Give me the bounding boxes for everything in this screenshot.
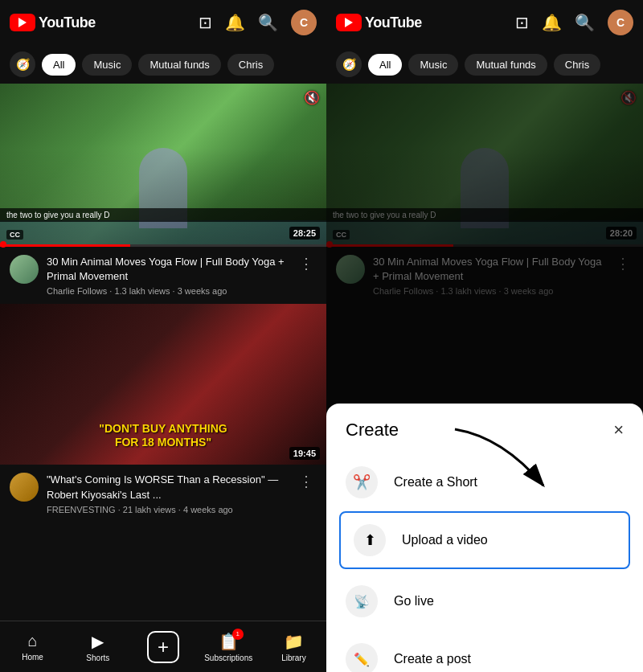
video1-title: 30 Min Animal Moves Yoga Flow | Full Bod… [47,255,288,284]
right-search-icon[interactable]: 🔍 [575,13,595,32]
nav-library[interactable]: 📁 Library [261,632,326,662]
explore-tab[interactable]: 🧭 [10,51,35,77]
left-panel: YouTube ⊡ 🔔 🔍 C 🧭 All Music Mutual funds… [0,0,326,672]
short-label: Create a Short [394,475,477,490]
search-icon[interactable]: 🔍 [258,13,278,32]
video1-more[interactable]: ⋮ [296,255,317,272]
right-cast-icon[interactable]: ⊡ [515,13,529,32]
modal-header: Create × [326,404,643,453]
modal-close-button[interactable]: × [613,420,624,440]
logo-area: YouTube [10,14,96,31]
recession-headline2: FOR 18 MONTHS" [0,436,326,449]
nav-home[interactable]: ⌂ Home [0,632,65,662]
right-tab-mutual-funds[interactable]: Mutual funds [465,54,547,76]
nav-create[interactable]: + [130,631,195,663]
right-filter-tabs: 🧭 All Music Mutual funds Chris [326,45,643,84]
yt-text: YouTube [39,14,96,31]
create-modal: Create × ✂️ Create a Short ⬆ Upload a vi… [326,404,643,672]
shorts-label: Shorts [86,654,109,662]
video2-meta: FREENVESTING · 21 lakh views · 4 weeks a… [47,505,288,514]
right-logo-area: YouTube [336,14,422,31]
post-icon: ✏️ [346,643,378,672]
left-video1-info: 30 Min Animal Moves Yoga Flow | Full Bod… [0,247,326,304]
video2-text: "What's Coming Is WORSE Than a Recession… [47,473,288,514]
mute-icon: 🔇 [304,90,320,105]
shorts-icon: ▶ [92,632,104,651]
channel-avatar-1[interactable] [10,255,39,284]
tab-chris[interactable]: Chris [227,54,274,76]
right-avatar[interactable]: C [608,10,633,35]
upload-label: Upload a video [402,533,488,547]
video2-more[interactable]: ⋮ [296,473,317,490]
right-header-icons: ⊡ 🔔 🔍 C [515,10,633,35]
caption-bar: the two to give you a really D [0,208,326,222]
cast-icon[interactable]: ⊡ [199,13,212,32]
video2-duration: 19:45 [289,447,320,460]
left-header: YouTube ⊡ 🔔 🔍 C [0,0,326,45]
nav-shorts[interactable]: ▶ Shorts [65,632,130,662]
tab-all[interactable]: All [42,54,76,76]
right-panel: YouTube ⊡ 🔔 🔍 C 🧭 All Music Mutual funds… [326,0,643,672]
modal-item-live[interactable]: 📡 Go live [326,572,643,630]
create-button[interactable]: + [147,631,179,663]
avatar[interactable]: C [291,10,317,35]
left-bottom-nav: ⌂ Home ▶ Shorts + 📋 1 Subscriptions 📁 Li… [0,621,326,672]
tab-mutual-funds[interactable]: Mutual funds [138,54,220,76]
left-header-icons: ⊡ 🔔 🔍 C [199,10,317,35]
subscriptions-label: Subscriptions [204,654,252,662]
subscriptions-badge: 1 [232,629,244,640]
duration-badge: 28:25 [289,227,320,240]
left-video1-thumbnail[interactable]: the two to give you a really D 🔇 CC 28:2… [0,84,326,247]
cc-label: CC [6,230,23,240]
right-yt-icon [336,14,362,31]
right-youtube-logo: YouTube [336,14,422,31]
left-filter-tabs: 🧭 All Music Mutual funds Chris [0,45,326,84]
modal-item-upload[interactable]: ⬆ Upload a video [339,511,630,569]
left-video2-thumbnail[interactable]: "DON'T BUY ANYTHING FOR 18 MONTHS" 19:45 [0,304,326,465]
youtube-logo: YouTube [10,14,96,31]
modal-item-short[interactable]: ✂️ Create a Short [326,453,643,511]
live-label: Go live [394,594,434,608]
left-video2-info: "What's Coming Is WORSE Than a Recession… [0,465,326,522]
modal-title: Create [346,420,399,440]
post-label: Create a post [394,652,471,666]
video2-title: "What's Coming Is WORSE Than a Recession… [47,473,288,502]
recession-overlay: "DON'T BUY ANYTHING FOR 18 MONTHS" [0,422,326,449]
right-content: the two to give you a really D 🔇 CC 28:2… [326,84,643,672]
left-content: the two to give you a really D 🔇 CC 28:2… [0,84,326,672]
video1-text: 30 Min Animal Moves Yoga Flow | Full Bod… [47,255,288,296]
library-label: Library [281,654,306,662]
home-label: Home [22,653,43,662]
right-tab-all[interactable]: All [368,54,402,76]
live-icon: 📡 [346,585,378,617]
right-explore-tab[interactable]: 🧭 [336,51,362,77]
bell-icon[interactable]: 🔔 [225,13,245,32]
upload-icon: ⬆ [354,524,386,556]
video1-meta: Charlie Follows · 1.3 lakh views · 3 wee… [47,286,288,296]
right-bell-icon[interactable]: 🔔 [542,13,562,32]
subscriptions-icon-wrapper: 📋 1 [219,632,239,651]
tab-music[interactable]: Music [82,54,132,76]
plus-icon: + [158,637,169,657]
recession-headline1: "DON'T BUY ANYTHING [0,422,326,436]
nav-subscriptions[interactable]: 📋 1 Subscriptions [196,632,261,662]
right-tab-music[interactable]: Music [408,54,458,76]
modal-item-post[interactable]: ✏️ Create a post [326,630,643,672]
channel-avatar-2[interactable] [10,473,39,502]
library-icon: 📁 [284,632,304,651]
home-icon: ⌂ [28,632,38,650]
yt-icon [10,14,35,31]
right-yt-text: YouTube [365,14,422,31]
short-icon: ✂️ [346,466,378,498]
right-tab-chris[interactable]: Chris [554,54,600,76]
right-header: YouTube ⊡ 🔔 🔍 C [326,0,643,45]
